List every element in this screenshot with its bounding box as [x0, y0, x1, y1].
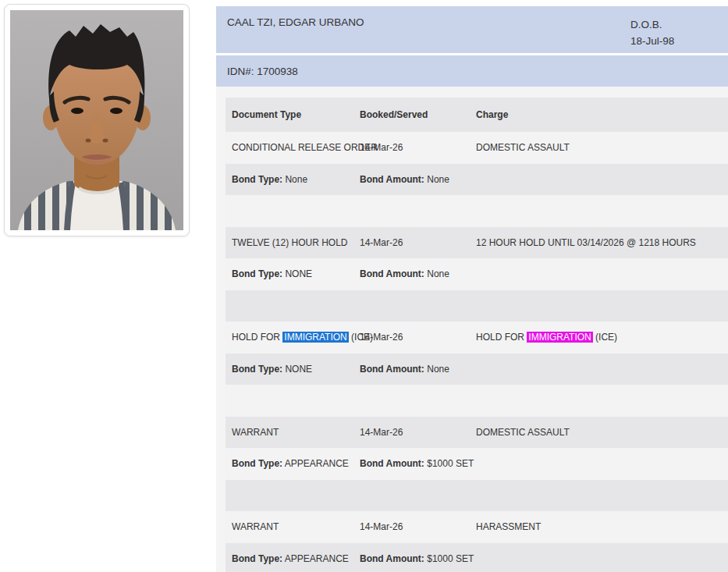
document-row: HOLD FOR IMMIGRATION (ICE)14-Mar-26HOLD …	[226, 322, 728, 354]
spacer-row	[226, 195, 728, 227]
document-row: TWELVE (12) HOUR HOLD14-Mar-2612 HOUR HO…	[226, 227, 728, 259]
bond-row: Bond Type: APPEARANCEBond Amount: $1000 …	[226, 448, 728, 480]
column-header-document-type: Document Type	[232, 109, 360, 120]
document-type-cell: TWELVE (12) HOUR HOLD	[232, 237, 360, 248]
document-type-cell: WARRANT	[232, 427, 360, 438]
document-row: WARRANT14-Mar-26HARASSMENT	[226, 511, 728, 543]
charge-cell: DOMESTIC ASSAULT	[476, 142, 722, 153]
name-bar: CAAL TZI, EDGAR URBANO D.O.B. 18-Jul-98	[216, 6, 728, 53]
bond-type-cell: Bond Type: NONE	[232, 268, 360, 279]
bond-type-cell: Bond Type: APPEARANCE	[232, 458, 360, 469]
bond-amount-cell: Bond Amount: None	[360, 364, 476, 375]
bond-amount-cell: Bond Amount: $1000 SET	[360, 553, 476, 564]
dob-block: D.O.B. 18-Jul-98	[630, 16, 674, 49]
documents-section: Document Type Booked/Served Charge CONDI…	[216, 87, 728, 572]
bond-type-cell: Bond Type: None	[232, 174, 360, 185]
documents-table: Document Type Booked/Served Charge CONDI…	[226, 98, 728, 572]
bond-row: Bond Type: NONEBond Amount: None	[226, 354, 728, 385]
idn-bar: IDN#: 1700938	[216, 55, 728, 87]
bond-amount-cell: Bond Amount: $1000 SET	[360, 458, 476, 469]
spacer-row	[226, 385, 728, 417]
bond-amount-cell: Bond Amount: None	[360, 174, 476, 185]
column-header-booked-served: Booked/Served	[360, 109, 476, 120]
bond-amount-cell: Bond Amount: None	[360, 268, 476, 279]
spacer-row	[226, 480, 728, 512]
record-panel: CAAL TZI, EDGAR URBANO D.O.B. 18-Jul-98 …	[216, 0, 728, 572]
charge-cell: 12 HOUR HOLD UNTIL 03/14/2026 @ 1218 HOU…	[476, 237, 722, 248]
column-header-charge: Charge	[476, 109, 722, 120]
charge-cell: HARASSMENT	[476, 521, 722, 532]
mugshot-card	[4, 4, 190, 236]
bond-type-cell: Bond Type: NONE	[232, 364, 360, 375]
booked-served-cell: 14-Mar-26	[360, 142, 476, 153]
table-header-row: Document Type Booked/Served Charge	[226, 98, 728, 132]
document-type-cell: CONDITIONAL RELEASE ORDER	[232, 142, 360, 153]
charge-cell: HOLD FOR IMMIGRATION (ICE)	[476, 332, 722, 343]
document-type-cell: HOLD FOR IMMIGRATION (ICE)	[232, 332, 360, 343]
dob-label: D.O.B.	[630, 16, 674, 33]
dob-value: 18-Jul-98	[630, 33, 674, 49]
booked-served-cell: 14-Mar-26	[360, 521, 476, 532]
bond-row: Bond Type: APPEARANCEBond Amount: $1000 …	[226, 543, 728, 572]
booked-served-cell: 14-Mar-26	[360, 237, 476, 248]
bond-row: Bond Type: NoneBond Amount: None	[226, 164, 728, 196]
document-row: WARRANT14-Mar-26DOMESTIC ASSAULT	[226, 417, 728, 449]
document-type-cell: WARRANT	[232, 521, 360, 532]
bond-type-cell: Bond Type: APPEARANCE	[232, 553, 360, 564]
find-highlight-active: IMMIGRATION	[282, 332, 348, 343]
find-highlight-match: IMMIGRATION	[527, 332, 592, 343]
booked-served-cell: 14-Mar-26	[360, 427, 476, 438]
table-rows: CONDITIONAL RELEASE ORDER14-Mar-26DOMEST…	[226, 132, 728, 572]
idn-value: 1700938	[257, 66, 298, 77]
idn-label: IDN#:	[227, 66, 254, 77]
bond-row: Bond Type: NONEBond Amount: None	[226, 258, 728, 290]
booked-served-cell: 14-Mar-26	[360, 332, 476, 343]
inmate-name: CAAL TZI, EDGAR URBANO	[227, 16, 364, 28]
document-row: CONDITIONAL RELEASE ORDER14-Mar-26DOMEST…	[226, 132, 728, 164]
spacer-row	[226, 290, 728, 322]
mugshot-photo	[10, 10, 183, 230]
charge-cell: DOMESTIC ASSAULT	[476, 427, 722, 438]
